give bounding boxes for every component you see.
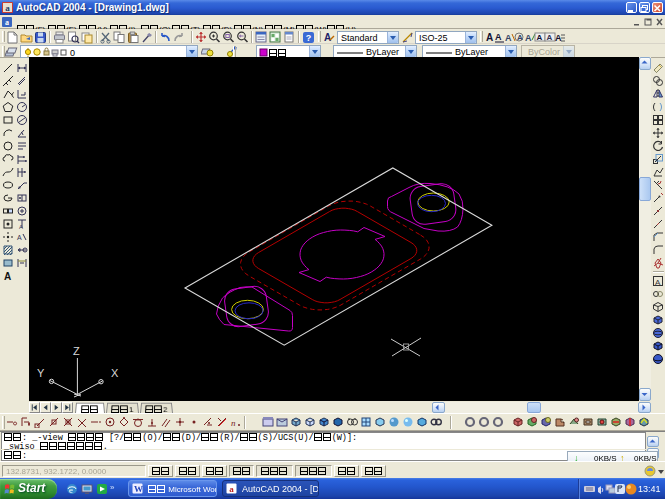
svg-text:e: e	[69, 485, 73, 495]
svg-text:a: a	[5, 3, 10, 13]
svg-text:A: A	[505, 33, 512, 43]
svg-text:A: A	[547, 33, 553, 42]
svg-text:X: X	[111, 367, 119, 379]
svg-text:?: ?	[306, 33, 312, 43]
svg-text:A: A	[19, 224, 23, 230]
svg-text:A: A	[486, 32, 493, 43]
svg-text:Z: Z	[73, 345, 80, 357]
svg-text:A: A	[555, 33, 562, 43]
svg-text:A: A	[324, 32, 331, 43]
svg-text:A: A	[655, 278, 661, 287]
svg-text:A: A	[525, 33, 532, 43]
svg-text:W: W	[134, 484, 143, 494]
svg-text:A: A	[495, 32, 502, 42]
svg-text:Y: Y	[37, 367, 45, 379]
svg-text:A: A	[537, 33, 543, 42]
svg-text:A: A	[4, 271, 11, 282]
svg-text:A: A	[17, 234, 22, 241]
svg-text:n: n	[231, 418, 236, 428]
svg-text:a: a	[229, 484, 234, 494]
svg-text:A: A	[517, 33, 523, 42]
